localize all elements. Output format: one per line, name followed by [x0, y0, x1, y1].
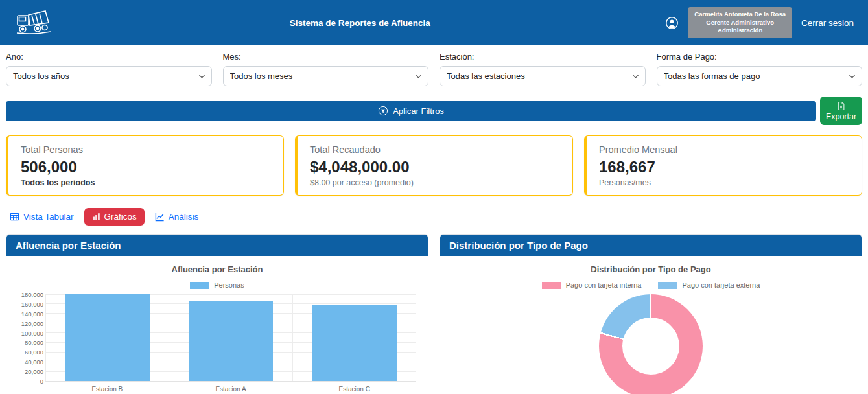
y-axis-tick-label: 120,000 [15, 320, 43, 327]
stat-subtitle: $8.00 por acceso (promedio) [310, 178, 560, 187]
app-title: Sistema de Reportes de Afluencia [54, 18, 665, 28]
year-select[interactable]: Todos los años [6, 66, 212, 86]
tab-label: Análisis [169, 212, 199, 222]
station-label: Estación: [440, 52, 646, 62]
y-axis-tick-label: 80,000 [15, 339, 43, 346]
x-axis-category-label: Estacion C [292, 386, 416, 393]
month-select[interactable]: Todos los meses [223, 66, 429, 86]
navbar: Sistema de Reportes de Afluencia Carmeli… [0, 0, 868, 45]
station-select[interactable]: Todas las estaciones [440, 66, 646, 86]
legend-label: Personas [214, 281, 244, 289]
action-row: Aplicar Filtros Exportar [6, 97, 862, 125]
user-circle-icon [665, 16, 679, 30]
legend-label: Pago con tarjeta externa [682, 281, 760, 289]
panel-afluencia: Afluencia por Estación Afluencia por Est… [6, 234, 428, 394]
truck-logo-icon [14, 7, 54, 38]
chart-panels-row: Afluencia por Estación Afluencia por Est… [6, 234, 862, 394]
stat-cards-row: Total Personas 506,000 Todos los período… [6, 135, 862, 196]
y-axis-tick-label: 60,000 [15, 349, 43, 356]
filter-month: Mes: Todos los meses [223, 52, 429, 86]
panel-header: Distribución por Tipo de Pago [440, 235, 862, 256]
month-label: Mes: [223, 52, 429, 62]
filter-station: Estación: Todas las estaciones [440, 52, 646, 86]
payment-label: Forma de Pago: [657, 52, 863, 62]
tab-graficos[interactable]: Gráficos [84, 208, 145, 226]
stat-title: Promedio Mensual [599, 145, 849, 155]
stat-title: Total Personas [21, 145, 271, 155]
tab-label: Gráficos [104, 212, 137, 222]
year-label: Año: [6, 52, 212, 62]
stat-card-promedio-mensual: Promedio Mensual 168,667 Personas/mes [584, 135, 862, 196]
bar-plot: 020,00040,00060,00080,000100,000120,0001… [45, 294, 416, 382]
user-info-badge: Carmelita Antonieta De la Rosa Gerente A… [688, 7, 792, 38]
export-label: Exportar [826, 112, 856, 121]
user-department: Administración [694, 27, 786, 35]
bar-column [169, 294, 292, 381]
bar-column [293, 294, 416, 381]
legend-item: Personas [190, 281, 244, 289]
filter-payment: Forma de Pago: Todas las formas de pago [657, 52, 863, 86]
filter-year: Año: Todos los años [6, 52, 212, 86]
y-axis-tick-label: 100,000 [15, 330, 43, 337]
apply-filters-label: Aplicar Filtros [393, 106, 444, 116]
tab-analisis[interactable]: Análisis [155, 212, 199, 222]
y-axis-tick-label: 180,000 [15, 291, 43, 298]
bar [189, 301, 274, 381]
doughnut-chart-title: Distribución por Tipo de Pago [447, 264, 855, 274]
line-chart-icon [155, 212, 165, 222]
logout-link[interactable]: Cerrar sesion [801, 18, 854, 28]
tab-vista-tabular[interactable]: Vista Tabular [10, 212, 74, 222]
bar-columns [46, 294, 416, 381]
bar-chart-icon [92, 213, 100, 221]
bar-chart-title: Afluencia por Estación [13, 264, 421, 274]
table-icon [10, 212, 19, 222]
stat-value: $4,048,000.00 [310, 158, 560, 176]
legend-item: Pago con tarjeta externa [658, 281, 760, 289]
bar [65, 294, 150, 381]
bar-x-labels: Estacion BEstacion AEstacion C [45, 386, 416, 393]
stat-card-total-recaudado: Total Recaudado $4,048,000.00 $8.00 por … [295, 135, 573, 196]
bar-chart: 020,00040,00060,00080,000100,000120,0001… [16, 294, 419, 393]
doughnut-chart-area: Distribución por Tipo de Pago Pago con t… [440, 256, 862, 394]
x-axis-category-label: Estacion B [45, 386, 169, 393]
y-axis-tick-label: 40,000 [15, 358, 43, 365]
filters-row: Año: Todos los años Mes: Todos los meses [6, 52, 862, 86]
export-file-icon [836, 101, 846, 111]
stat-subtitle: Personas/mes [599, 178, 849, 187]
donut-hole [622, 318, 679, 375]
y-axis-tick-label: 20,000 [15, 368, 43, 375]
stat-subtitle: Todos los períodos [21, 178, 271, 187]
doughnut-chart-legend: Pago con tarjeta internaPago con tarjeta… [447, 281, 855, 289]
stat-card-total-personas: Total Personas 506,000 Todos los período… [6, 135, 284, 196]
bar-chart-area: Afluencia por Estación Personas 020,0004… [6, 256, 428, 394]
navbar-right: Carmelita Antonieta De la Rosa Gerente A… [665, 7, 854, 38]
legend-label: Pago con tarjeta interna [566, 281, 642, 289]
stat-value: 506,000 [21, 158, 271, 176]
bar [312, 305, 397, 381]
panel-header: Afluencia por Estación [6, 235, 428, 256]
user-name: Carmelita Antonieta De la Rosa [694, 10, 786, 19]
legend-swatch [542, 282, 561, 289]
stat-value: 168,667 [599, 158, 849, 176]
panel-distribucion: Distribución por Tipo de Pago Distribuci… [440, 234, 862, 394]
stat-title: Total Recaudado [310, 145, 560, 155]
legend-item: Pago con tarjeta interna [542, 281, 642, 289]
view-tabs: Vista Tabular Gráficos Análisis [10, 208, 862, 226]
bar-chart-legend: Personas [13, 281, 421, 289]
y-axis-tick-label: 0 [15, 378, 43, 385]
payment-select[interactable]: Todas las formas de pago [657, 66, 863, 86]
user-role: Gerente Administrativo [694, 19, 786, 27]
tab-label: Vista Tabular [23, 212, 74, 222]
y-axis-tick-label: 160,000 [15, 301, 43, 308]
apply-filters-button[interactable]: Aplicar Filtros [6, 101, 816, 121]
y-axis-tick-label: 140,000 [15, 310, 43, 318]
export-button[interactable]: Exportar [820, 97, 862, 125]
legend-swatch [190, 282, 209, 289]
x-axis-category-label: Estacion A [169, 386, 293, 393]
doughnut-chart [599, 294, 703, 394]
legend-swatch [658, 282, 677, 289]
bar-column [46, 294, 169, 381]
filter-funnel-icon [378, 106, 388, 116]
